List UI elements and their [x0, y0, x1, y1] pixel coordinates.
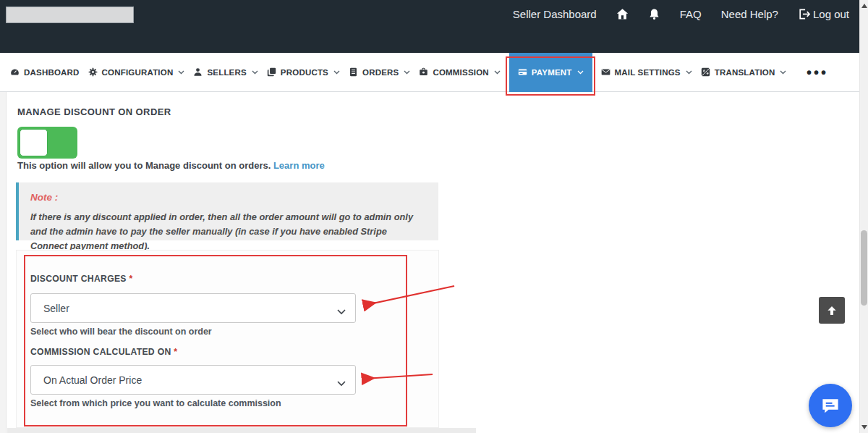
nav-item-label: ORDERS — [362, 68, 399, 77]
language-icon — [701, 67, 710, 77]
left-edge-strip — [0, 92, 7, 433]
arrow-up-icon — [825, 304, 838, 317]
commission-calculated-value: On Actual Order Price — [43, 374, 142, 386]
chat-bubble-icon — [820, 395, 841, 416]
top-bar-menu: Seller Dashboard FAQ Need Help? Log out — [513, 4, 849, 24]
list-icon — [349, 67, 358, 77]
money-icon — [419, 67, 428, 77]
required-asterisk: * — [174, 347, 177, 357]
chevron-down-icon — [404, 70, 410, 75]
chevron-down-icon — [333, 70, 340, 75]
chevron-down-icon — [337, 377, 346, 383]
admin-nav-bar: DASHBOARD CONFIGURATION SELLERS PRODUCTS — [0, 53, 868, 92]
seller-dashboard-link[interactable]: Seller Dashboard — [513, 8, 597, 20]
bell-icon[interactable] — [648, 8, 660, 20]
nav-item-label: CONFIGURATION — [102, 68, 174, 77]
need-help-link[interactable]: Need Help? — [721, 8, 778, 20]
dashboard-icon — [10, 67, 20, 77]
nav-item-orders[interactable]: ORDERS — [349, 53, 410, 92]
discount-charges-value: Seller — [43, 303, 69, 314]
envelope-icon — [601, 67, 610, 77]
scrollbar-up-arrow[interactable] — [861, 4, 867, 8]
top-bar: Seller Dashboard FAQ Need Help? Log out — [0, 0, 868, 53]
logo-placeholder — [6, 7, 134, 23]
chevron-down-icon — [780, 70, 786, 75]
nav-item-payment[interactable]: PAYMENT — [509, 53, 592, 92]
nav-item-sellers[interactable]: SELLERS — [193, 53, 258, 92]
page-scrollbar[interactable] — [859, 0, 868, 433]
learn-more-link[interactable]: Learn more — [273, 160, 325, 171]
required-asterisk: * — [129, 274, 132, 284]
logout-label: Log out — [813, 8, 849, 20]
note-body: If there is any discount applied in orde… — [30, 210, 424, 253]
admin-screen: Seller Dashboard FAQ Need Help? Log out … — [0, 0, 868, 433]
toggle-knob — [20, 129, 48, 156]
chevron-down-icon — [337, 306, 346, 311]
nav-item-label: MAIL SETTINGS — [615, 68, 681, 77]
scrollbar-down-arrow[interactable] — [861, 425, 867, 429]
scrollbar-thumb[interactable] — [861, 230, 867, 306]
toggle-description: This option will allow you to Manage dis… — [17, 160, 325, 171]
chevron-down-icon — [577, 70, 584, 75]
nav-item-label: PAYMENT — [532, 68, 572, 77]
gear-icon — [88, 67, 98, 77]
chevron-down-icon — [494, 70, 501, 75]
discount-charges-select[interactable]: Seller — [30, 293, 356, 323]
credit-card-icon — [518, 67, 527, 77]
nav-item-dashboard[interactable]: DASHBOARD — [10, 53, 80, 92]
nav-overflow-menu[interactable]: ••• — [807, 65, 828, 80]
nav-item-configuration[interactable]: CONFIGURATION — [88, 53, 185, 92]
nav-item-mail-settings[interactable]: MAIL SETTINGS — [601, 53, 692, 92]
logout-button[interactable]: Log out — [798, 8, 849, 20]
user-icon — [193, 67, 203, 77]
nav-item-label: COMMISSION — [433, 68, 488, 77]
copy-icon — [267, 67, 276, 77]
commission-calculated-select[interactable]: On Actual Order Price — [30, 365, 356, 395]
chevron-down-icon — [252, 70, 258, 75]
faq-link[interactable]: FAQ — [680, 8, 702, 20]
manage-discount-toggle[interactable] — [17, 127, 77, 159]
nav-item-commission[interactable]: COMMISSION — [419, 53, 500, 92]
chevron-down-icon — [178, 70, 184, 75]
section-title: MANAGE DISCOUNT ON ORDER — [17, 106, 171, 117]
chevron-down-icon — [686, 70, 692, 75]
nav-item-label: TRANSLATION — [715, 68, 775, 77]
discount-charges-label: DISCOUNT CHARGES * — [30, 274, 133, 284]
commission-calculated-help: Select from which price you want to calc… — [30, 398, 281, 408]
nav-item-products[interactable]: PRODUCTS — [267, 53, 340, 92]
scroll-to-top-button[interactable] — [819, 297, 845, 324]
toggle-description-text: This option will allow you to Manage dis… — [17, 160, 271, 171]
settings-content: MANAGE DISCOUNT ON ORDER This option wil… — [0, 92, 868, 433]
nav-item-translation[interactable]: TRANSLATION — [701, 53, 787, 92]
card-bottom-edge — [7, 428, 476, 433]
nav-item-label: DASHBOARD — [24, 68, 80, 77]
note-box: Note : If there is any discount applied … — [16, 182, 438, 240]
nav-item-label: PRODUCTS — [281, 68, 328, 77]
chat-widget-button[interactable] — [809, 384, 852, 427]
logout-icon — [798, 8, 810, 20]
discount-charges-help: Select who will bear the discount on ord… — [30, 327, 212, 337]
nav-item-label: SELLERS — [207, 68, 246, 77]
home-icon[interactable] — [616, 8, 629, 20]
note-title: Note : — [30, 192, 424, 203]
commission-calculated-label: COMMISSION CALCULATED ON * — [30, 347, 177, 357]
